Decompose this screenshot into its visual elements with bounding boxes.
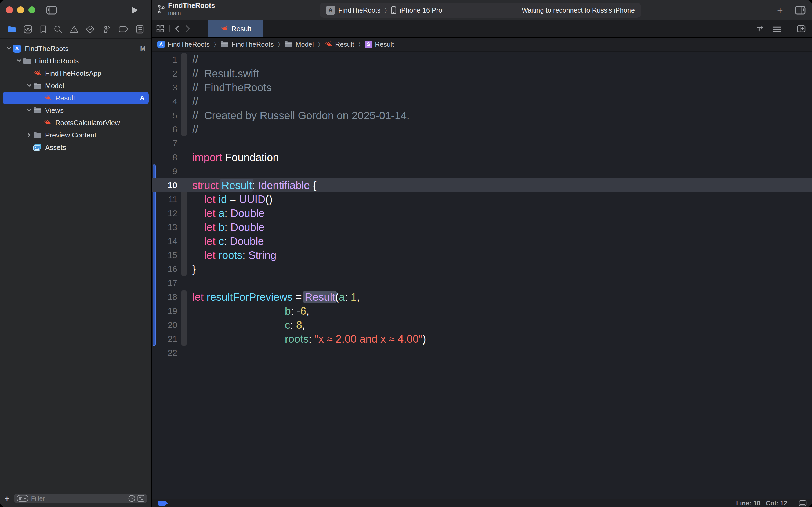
code-line-12[interactable]: 12 let a: Double xyxy=(152,206,812,220)
source-control-status-icon[interactable] xyxy=(137,495,144,502)
scheme-selector[interactable]: A FindTheRoots 〉 iPhone 16 Pro Waiting t… xyxy=(320,3,641,18)
project-title: FindTheRoots xyxy=(168,2,215,10)
code-text: c: 8, xyxy=(192,318,305,332)
toggle-bottom-bar-icon[interactable] xyxy=(799,500,807,506)
close-window-button[interactable] xyxy=(6,6,13,13)
disclosure-open-icon[interactable] xyxy=(26,108,33,113)
breakpoint-indicator-icon[interactable] xyxy=(159,501,168,506)
item-label: Assets xyxy=(45,144,66,152)
code-line-20[interactable]: 20 c: 8, xyxy=(152,318,812,332)
disclosure-open-icon[interactable] xyxy=(5,46,12,51)
code-line-8[interactable]: 8import Foundation xyxy=(152,150,812,164)
code-line-15[interactable]: 15 let roots: String xyxy=(152,248,812,262)
navigator-tab-strip xyxy=(0,20,152,39)
toolbar-main-section: FindTheRoots main A FindTheRoots 〉 iPhon… xyxy=(152,0,812,20)
go-forward-icon[interactable] xyxy=(185,25,190,33)
tests-icon[interactable] xyxy=(86,25,95,34)
sidebar-item-findtheroots[interactable]: AFindTheRootsM xyxy=(0,43,152,55)
line-number: 9 xyxy=(152,164,177,178)
code-line-7[interactable]: 7 xyxy=(152,136,812,150)
source-editor[interactable]: 1//2// Result.swift3// FindTheRoots4//5/… xyxy=(152,52,812,499)
divider xyxy=(169,25,170,33)
swift-icon xyxy=(33,69,42,77)
go-back-icon[interactable] xyxy=(175,25,180,33)
disclosure-open-icon[interactable] xyxy=(26,83,33,88)
folder-icon xyxy=(284,41,293,48)
tab-result[interactable]: Result xyxy=(209,20,263,37)
sidebar-item-assets[interactable]: Assets xyxy=(0,141,152,154)
code-line-4[interactable]: 4// xyxy=(152,95,812,109)
sidebar-item-model[interactable]: Model xyxy=(0,79,152,92)
find-icon[interactable] xyxy=(54,25,62,34)
code-line-10[interactable]: 10struct Result: Identifiable { xyxy=(152,178,812,192)
code-line-17[interactable]: 17 xyxy=(152,276,812,290)
filter-field[interactable]: Filter xyxy=(14,494,147,503)
debug-icon[interactable] xyxy=(102,25,111,34)
code-line-6[interactable]: 6// xyxy=(152,122,812,136)
minimize-window-button[interactable] xyxy=(17,6,24,13)
item-label: Model xyxy=(45,81,64,90)
breadcrumb-item[interactable]: AFindTheRoots xyxy=(157,41,210,48)
tab-bar-left-controls xyxy=(152,25,194,33)
item-label: RootsCalculatorView xyxy=(55,119,120,127)
breadcrumb-separator: 〉 xyxy=(318,41,320,48)
new-tab-button[interactable]: + xyxy=(777,5,783,15)
breadcrumb-item[interactable]: Model xyxy=(284,41,314,48)
breadcrumb-item[interactable]: SResult xyxy=(365,41,394,48)
project-navigator-icon[interactable] xyxy=(7,26,16,33)
disclosure-closed-icon[interactable] xyxy=(26,133,33,137)
code-review-icon[interactable] xyxy=(756,25,765,32)
toggle-right-sidebar-icon[interactable] xyxy=(795,6,806,14)
code-line-14[interactable]: 14 let c: Double xyxy=(152,234,812,248)
code-line-16[interactable]: 16} xyxy=(152,262,812,276)
swift-icon xyxy=(325,40,333,48)
code-line-1[interactable]: 1// xyxy=(152,53,812,67)
code-line-2[interactable]: 2// Result.swift xyxy=(152,67,812,80)
navigator-filter-bar: + Filter xyxy=(0,492,152,504)
line-number: 1 xyxy=(152,53,177,67)
breadcrumb-label: Result xyxy=(375,41,394,48)
code-text: let a: Double xyxy=(192,206,265,220)
code-line-21[interactable]: 21 roots: "x ≈ 2.00 and x ≈ 4.00") xyxy=(152,332,812,346)
xcode-window: FindTheRoots main A FindTheRoots 〉 iPhon… xyxy=(0,0,812,507)
code-line-11[interactable]: 11 let id = UUID() xyxy=(152,192,812,206)
breadcrumb-item[interactable]: Result xyxy=(325,40,354,48)
editor-options-icon[interactable] xyxy=(773,25,781,32)
sidebar-item-rootscalculatorview[interactable]: RootsCalculatorView xyxy=(0,117,152,129)
code-line-18[interactable]: 18let resultForPreviews = Result(a: 1, xyxy=(152,290,812,304)
line-number: 18 xyxy=(152,290,177,304)
breakpoints-icon[interactable] xyxy=(118,25,129,33)
toggle-left-sidebar-icon[interactable] xyxy=(46,6,57,14)
add-editor-icon[interactable] xyxy=(797,25,806,33)
run-button[interactable] xyxy=(131,6,138,14)
breadcrumb-label: Model xyxy=(296,41,314,48)
line-number: 16 xyxy=(152,262,177,276)
sidebar-item-findtheroots[interactable]: FindTheRoots xyxy=(0,55,152,67)
recent-files-icon[interactable] xyxy=(128,495,135,502)
disclosure-open-icon[interactable] xyxy=(15,59,22,63)
sidebar-item-preview-content[interactable]: Preview Content xyxy=(0,129,152,141)
code-line-9[interactable]: 9 xyxy=(152,164,812,178)
code-line-22[interactable]: 22 xyxy=(152,346,812,360)
related-items-icon[interactable] xyxy=(156,25,164,33)
zoom-window-button[interactable] xyxy=(28,6,36,13)
status-badge: M xyxy=(140,45,152,52)
code-line-13[interactable]: 13 let b: Double xyxy=(152,220,812,234)
bookmarks-icon[interactable] xyxy=(40,25,47,34)
breadcrumb-item[interactable]: FindTheRoots xyxy=(220,41,274,48)
reports-icon[interactable] xyxy=(136,25,144,34)
swift-file-icon xyxy=(220,25,228,33)
source-control-icon[interactable] xyxy=(23,25,33,34)
sidebar-item-result[interactable]: ResultA xyxy=(3,92,149,104)
run-destination[interactable]: iPhone 16 Pro xyxy=(400,6,442,14)
struct-badge-icon: S xyxy=(365,41,372,48)
code-line-5[interactable]: 5// Created by Russell Gordon on 2025-01… xyxy=(152,109,812,122)
code-line-19[interactable]: 19 b: -6, xyxy=(152,304,812,318)
code-text: struct Result: Identifiable { xyxy=(192,178,316,192)
scheme-project-name[interactable]: FindTheRoots xyxy=(338,6,381,14)
sidebar-item-findtherootsapp[interactable]: FindTheRootsApp xyxy=(0,67,152,79)
add-item-button[interactable]: + xyxy=(4,494,10,503)
issues-icon[interactable] xyxy=(69,25,79,33)
sidebar-item-views[interactable]: Views xyxy=(0,104,152,117)
code-line-3[interactable]: 3// FindTheRoots xyxy=(152,80,812,95)
